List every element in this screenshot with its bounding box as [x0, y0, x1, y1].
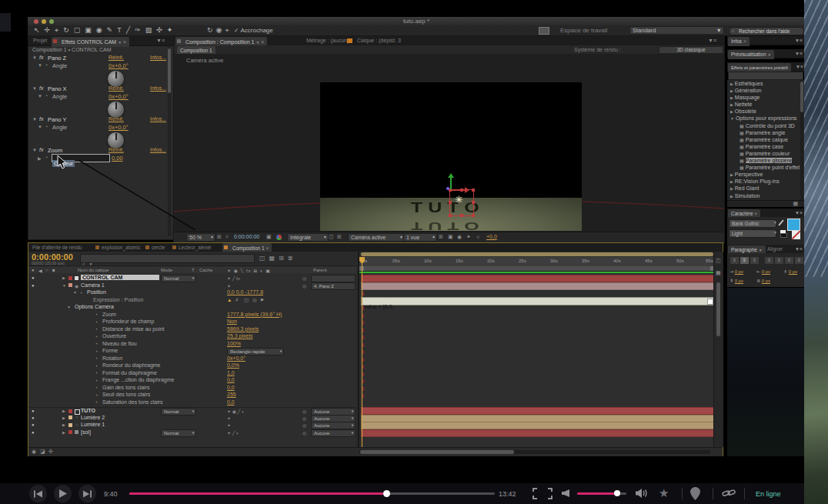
expression-enable-icon[interactable]: ≠: [235, 297, 239, 302]
property-row[interactable]: ◔ Ouverture 25,3 pixels: [28, 333, 356, 340]
tool-brush-icon[interactable]: ╱: [126, 26, 135, 34]
stopwatch-icon[interactable]: ◔: [95, 349, 98, 354]
property-dropdown[interactable]: Rectangle rapide ▼: [227, 348, 284, 355]
timeline-search-input[interactable]: ⌕ ▼: [80, 254, 255, 263]
label-color-swatch[interactable]: [68, 283, 72, 287]
effect-reset-link[interactable]: Réinit.: [109, 147, 124, 152]
tool-text-icon[interactable]: T: [117, 26, 126, 34]
property-value[interactable]: 0,0: [227, 399, 235, 405]
twirl-icon[interactable]: ▼: [32, 148, 37, 152]
property-value[interactable]: 5869,3 pixels: [227, 326, 259, 332]
expression-pickwhip-icon[interactable]: ◎: [252, 297, 257, 303]
property-row-position[interactable]: ▼ ◔ Position 0,0 0,0 -1777,8: [28, 289, 356, 296]
twirl-icon[interactable]: ▼: [38, 94, 42, 98]
property-label[interactable]: Format du diaphragme: [102, 370, 157, 375]
layer-row-camera[interactable]: ● ▼ ◉ Caméra 1 ✦ ◎ 4. Pano Z: [28, 282, 356, 289]
expand-layers-icon[interactable]: ◉: [32, 449, 36, 455]
tab-effect-controls[interactable]: Effets CONTROL CAM ▼ ×: [52, 37, 129, 47]
tab-comp-4[interactable]: Lecteur_alexei: [179, 245, 211, 250]
traffic-light-zoom[interactable]: [49, 19, 54, 24]
tool-puppet-icon[interactable]: ✦: [167, 26, 178, 34]
tab-comp-3[interactable]: cercle: [152, 245, 165, 250]
layer-name[interactable]: Caméra 1: [81, 282, 105, 288]
stopwatch-icon[interactable]: ◔: [95, 392, 98, 398]
property-value[interactable]: 0x+0,0°: [109, 124, 129, 131]
snapshot-icon[interactable]: ▣: [266, 234, 272, 240]
effect-name[interactable]: Pano Z: [48, 55, 66, 62]
justify-all-button[interactable]: ≡: [794, 256, 804, 265]
tree-item[interactable]: ▦ Paramètre couleur: [727, 150, 804, 157]
layer-name[interactable]: Lumière 1: [81, 422, 105, 427]
space-after-value[interactable]: 0 px: [762, 279, 770, 283]
property-row[interactable]: ◔ Gain des tons clairs 0,0: [28, 385, 356, 392]
label-color-swatch[interactable]: [68, 276, 72, 280]
tool-pen-icon[interactable]: ✎: [107, 26, 118, 34]
layer-row-sol[interactable]: ● ▶ [sol] Normal ▼ ✦ ╱ ◐ ◎ Aucune ▼: [28, 429, 356, 436]
tree-item-selected[interactable]: ▦ Paramètre glissière: [727, 157, 804, 164]
layer-switches[interactable]: ✦ ◉ ╱ ◐: [227, 409, 245, 414]
property-label[interactable]: Forme: [102, 348, 118, 353]
frame-blend-icon[interactable]: ⊞: [279, 255, 288, 262]
traffic-light-minimize[interactable]: [42, 19, 46, 24]
twirl-icon[interactable]: ▼: [73, 290, 77, 295]
playhead-line[interactable]: [362, 257, 362, 447]
layer-switches[interactable]: ✦: [227, 283, 231, 289]
effect-reset-link[interactable]: Réinit.: [109, 85, 124, 91]
tool-eraser-icon[interactable]: ▨: [145, 26, 157, 34]
layer-name-selected[interactable]: CONTROL CAM: [81, 275, 159, 280]
property-value[interactable]: 0x+0,0°: [109, 62, 129, 69]
twirl-icon[interactable]: ▶: [62, 416, 65, 420]
zoom-level-dropdown[interactable]: 50 % ▼: [186, 233, 215, 242]
tool-selection-icon[interactable]: ↖: [34, 26, 45, 34]
effect-about-link[interactable]: Infos...: [150, 116, 166, 122]
property-row[interactable]: ◔ Rotation 0x+0,0°: [28, 355, 356, 362]
stopwatch-icon[interactable]: ◔: [45, 62, 48, 68]
parent-pickwhip-icon[interactable]: ◎: [302, 409, 306, 414]
twirl-icon[interactable]: ▶: [62, 409, 65, 413]
draft3d-icon[interactable]: ▦: [269, 255, 279, 262]
property-value[interactable]: 100%: [227, 341, 241, 346]
tree-item[interactable]: ▶ RE:Vision Plug-ins: [727, 178, 804, 185]
stopwatch-icon[interactable]: ◔: [95, 399, 98, 405]
property-row[interactable]: ◔ Format du diaphragme 1,0: [28, 370, 356, 377]
layer-row-light1[interactable]: ● ▶ ☼ Lumière 1 ✦ ◎ Aucune ▼: [28, 422, 356, 429]
tree-item[interactable]: ▶ Obsolète: [727, 108, 804, 115]
channels-icon[interactable]: [276, 235, 282, 240]
twirl-icon[interactable]: ▶: [62, 430, 65, 435]
transparency-grid-icon[interactable]: ⊞: [337, 234, 342, 240]
eyedropper-icon[interactable]: [778, 219, 783, 225]
stopwatch-icon[interactable]: ◔: [95, 370, 98, 375]
twirl-icon[interactable]: ▼: [32, 86, 37, 91]
col-parent[interactable]: Parent: [313, 268, 327, 272]
twirl-icon[interactable]: ▼: [62, 283, 66, 288]
fast-preview-icon[interactable]: ✦: [466, 234, 471, 240]
layer-row-control-cam[interactable]: ● ▶ CONTROL CAM Normal ▼ ✦ ╱ fx ◎: [28, 275, 356, 282]
tool-panbehind-icon[interactable]: ▣: [85, 26, 96, 34]
tree-item[interactable]: ▦ Contrôle du point 3D: [727, 122, 804, 129]
angle-dial[interactable]: [108, 102, 124, 118]
stopwatch-icon[interactable]: ◔: [95, 334, 98, 339]
layer-bar-sol[interactable]: [361, 429, 715, 437]
effect-name[interactable]: Pano Y: [48, 116, 66, 123]
font-family-dropdown[interactable]: Bank Gothic: [729, 219, 776, 228]
seek-bar[interactable]: [129, 492, 495, 495]
twirl-icon[interactable]: ▼: [32, 55, 37, 60]
time-navigator[interactable]: [361, 252, 713, 256]
expression-graph-icon[interactable]: ◫: [244, 297, 249, 303]
stopwatch-icon[interactable]: ◔: [79, 290, 82, 295]
twirl-icon[interactable]: ▼: [67, 305, 71, 309]
stopwatch-icon[interactable]: ◔: [95, 312, 98, 317]
layer-bar-control-cam[interactable]: [361, 275, 715, 282]
layer-bar-light2[interactable]: [361, 415, 715, 422]
effect-about-link[interactable]: Infos...: [150, 147, 166, 152]
property-label[interactable]: Zoom: [102, 312, 116, 317]
traffic-light-close[interactable]: [34, 19, 38, 24]
property-value[interactable]: 0,0 0,0 -1777,8: [227, 289, 263, 295]
stopwatch-icon[interactable]: ◔: [95, 319, 98, 325]
tool-camera-icon[interactable]: ▢: [74, 26, 85, 34]
group-row-camera-options[interactable]: ▼ Options Caméra: [28, 304, 356, 311]
tool-roto-icon[interactable]: ✣: [156, 26, 167, 34]
align-center-button[interactable]: ≡: [740, 256, 750, 265]
volume-bar[interactable]: [577, 492, 626, 495]
property-label[interactable]: Position: [87, 289, 106, 295]
